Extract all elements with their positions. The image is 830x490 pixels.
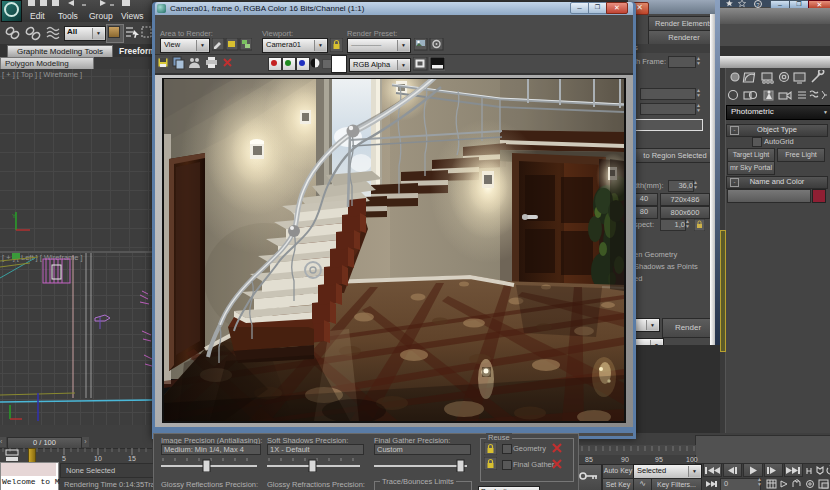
svg-text:5: 5: [62, 455, 66, 462]
svg-text:85: 85: [585, 456, 593, 463]
svg-text:90: 90: [621, 456, 629, 463]
svg-text:15: 15: [128, 455, 136, 462]
svg-text:Y: Y: [12, 213, 16, 219]
svg-text:100: 100: [686, 456, 698, 463]
svg-text:95: 95: [655, 456, 663, 463]
svg-text:10: 10: [94, 455, 102, 462]
